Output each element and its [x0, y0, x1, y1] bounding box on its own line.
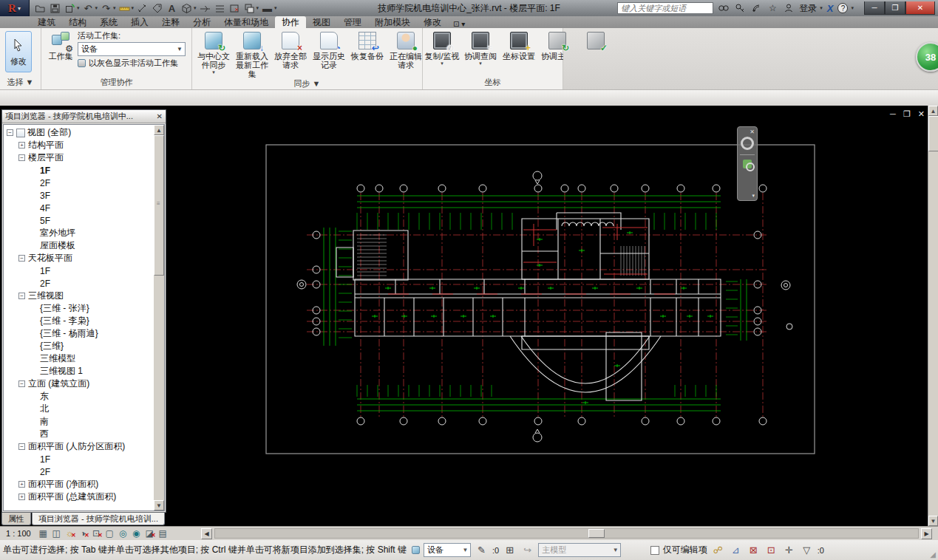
close-hidden-windows-icon[interactable]	[228, 2, 241, 15]
view-restore-button[interactable]: ❐	[903, 109, 911, 119]
crop-view-icon[interactable]: ⊡✕	[90, 528, 103, 539]
zoom-icon[interactable]	[743, 160, 752, 168]
grid-bubble[interactable]	[438, 185, 446, 192]
tree-item-面积平面-总建筑面积-[interactable]: +面积平面 (总建筑面积)	[5, 491, 154, 503]
search-icon[interactable]	[718, 2, 730, 14]
tree-item-1F[interactable]: 1F	[5, 164, 154, 177]
browser-scroll-thumb[interactable]: ≡	[154, 135, 164, 276]
view-minimize-button[interactable]: ─	[890, 109, 896, 119]
help-icon[interactable]: ?	[837, 3, 848, 13]
wall[interactable]	[522, 336, 649, 349]
tab-修改[interactable]: 修改	[417, 16, 448, 28]
tab-建筑[interactable]: 建筑	[31, 16, 62, 28]
select-pinned-icon[interactable]: ⊡	[764, 543, 778, 557]
section-icon[interactable]	[199, 2, 211, 15]
close-icon[interactable]: ✕	[157, 112, 163, 120]
tree-item-2F[interactable]: 2F	[5, 277, 154, 290]
tree-item-视图-全部-[interactable]: −视图 (全部)	[5, 126, 154, 139]
sun-path-icon[interactable]: ☼✕	[64, 528, 76, 539]
vertical-scrollbar[interactable]: ▲ ▼	[928, 106, 938, 526]
user-icon[interactable]	[783, 2, 795, 14]
exchange-apps-icon[interactable]: X	[827, 3, 834, 14]
shadows-icon[interactable]: ◑✕	[77, 528, 89, 539]
grid-bubble[interactable]	[786, 324, 792, 329]
chevron-down-icon[interactable]: ▾	[752, 193, 755, 199]
grid-bubble[interactable]	[534, 185, 542, 192]
show-crop-region-icon[interactable]: ▢	[103, 528, 116, 539]
tree-item-南[interactable]: 南	[5, 415, 154, 428]
tree-item--三维-[interactable]: {三维}	[5, 340, 154, 352]
tree-item-2F[interactable]: 2F	[5, 177, 154, 189]
grid-bubble[interactable]	[642, 417, 649, 425]
tree-item-面积平面-净面积-[interactable]: +面积平面 (净面积)	[5, 478, 154, 491]
save-icon[interactable]	[49, 2, 61, 15]
key-icon[interactable]	[734, 2, 746, 14]
scroll-up-arrow[interactable]: ▲	[154, 125, 164, 135]
chevron-down-icon[interactable]: ▾	[194, 5, 197, 11]
reveal-hidden-elements-icon[interactable]: ◎	[117, 528, 129, 539]
steering-wheel-icon[interactable]	[741, 137, 754, 150]
gray-inactive-worksets-toggle[interactable]: 以灰色显示非活动工作集	[78, 58, 189, 69]
wall[interactable]	[521, 336, 650, 383]
relinquish-all-button[interactable]: ×放弃全部请求	[271, 30, 310, 69]
grid-bubble[interactable]	[677, 417, 684, 425]
collapse-icon[interactable]: −	[18, 443, 25, 450]
favorites-star-icon[interactable]: ☆	[767, 2, 778, 14]
expand-icon[interactable]: +	[18, 481, 25, 488]
chevron-down-icon[interactable]: ▾	[851, 5, 854, 11]
wall[interactable]	[384, 298, 699, 336]
active-workset-combobox[interactable]: 设备▼	[78, 42, 186, 56]
tab-体量和场地[interactable]: 体量和场地	[217, 16, 275, 28]
horizontal-scrollbar[interactable]	[214, 528, 919, 539]
tree-item-4F[interactable]: 4F	[5, 202, 154, 214]
restore-backup-button[interactable]: ↩恢复备份	[348, 30, 387, 61]
grid-bubble[interactable]	[400, 185, 407, 192]
grid-bubble[interactable]	[578, 185, 585, 192]
tab-project-browser[interactable]: 项目浏览器 - 技师学院机电培训...	[32, 513, 165, 525]
grid-bubble[interactable]	[438, 417, 446, 425]
editing-requests-icon[interactable]: ✎	[475, 543, 489, 557]
wall[interactable]	[395, 279, 699, 294]
grid-bubble[interactable]	[561, 185, 568, 192]
grid-bubble[interactable]	[759, 417, 767, 425]
editable-only-checkbox[interactable]	[650, 546, 659, 555]
undo-icon[interactable]: ↶	[82, 2, 95, 15]
tab-properties[interactable]: 属性	[1, 513, 31, 525]
grid-bubble[interactable]	[479, 185, 486, 192]
reload-latest-button[interactable]: ↓重新载入最新工作集	[233, 30, 271, 78]
synchronize-panel-label[interactable]: 同步 ▼	[192, 78, 422, 89]
default-3d-view-icon[interactable]	[180, 2, 193, 15]
chevron-down-icon[interactable]: ▾	[132, 5, 135, 11]
vertical-scroll-thumb[interactable]	[928, 116, 938, 151]
visual-style-icon[interactable]: ◫	[50, 528, 63, 539]
tree-item-东[interactable]: 东	[5, 390, 154, 403]
tree-item-三维视图[interactable]: −三维视图	[5, 290, 154, 302]
filter-icon[interactable]: ▽	[800, 543, 814, 557]
chevron-down-icon[interactable]: ▾	[212, 69, 215, 75]
worksets-button[interactable]: ⚙ 工作集	[44, 30, 78, 61]
select-by-face-icon[interactable]: ✛	[782, 543, 796, 557]
wall[interactable]	[562, 222, 614, 226]
tree-item-西[interactable]: 西	[5, 428, 154, 440]
temporary-hide-isolate-icon[interactable]: ◉	[130, 528, 143, 539]
tree-item-立面-建筑立面-[interactable]: −立面 (建筑立面)	[5, 378, 154, 390]
tree-item-天花板平面[interactable]: −天花板平面	[5, 252, 154, 264]
grid-bubble[interactable]	[713, 417, 720, 425]
grid-bubble[interactable]	[400, 417, 407, 425]
tab-视图[interactable]: 视图	[306, 16, 337, 28]
aligned-dimension-icon[interactable]	[136, 2, 149, 15]
sync-with-central-icon[interactable]	[64, 2, 76, 15]
grid-bubble-double[interactable]	[297, 280, 306, 289]
tree-item-三维模型[interactable]: 三维模型	[5, 352, 154, 365]
tree-item--三维-李枭-[interactable]: {三维 - 李枭}	[5, 315, 154, 327]
grid-bubble[interactable]	[642, 185, 649, 192]
coordinate-panel-label[interactable]: 坐标	[423, 77, 563, 89]
tree-item-2F[interactable]: 2F	[5, 465, 154, 478]
tab-系统[interactable]: 系统	[93, 16, 124, 28]
collapse-icon[interactable]: −	[18, 293, 25, 299]
collapse-icon[interactable]: −	[18, 255, 25, 262]
grid-bubble[interactable]	[578, 417, 585, 425]
detail-level-icon[interactable]: ▦	[37, 528, 50, 539]
close-button[interactable]: ✕	[905, 1, 935, 15]
tree-item-3F[interactable]: 3F	[5, 189, 154, 202]
